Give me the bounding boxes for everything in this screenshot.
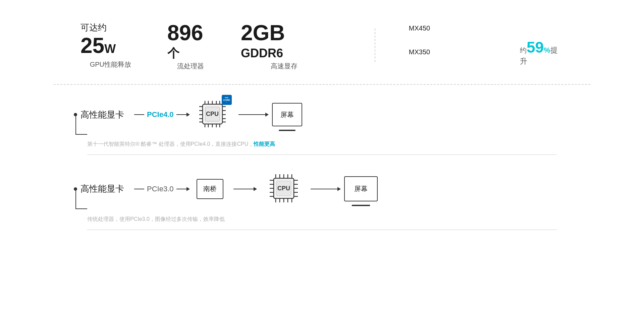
cpu-chip-svg-2: CPU xyxy=(267,172,301,205)
stat-number: 25 xyxy=(80,34,104,58)
stat-unit: W xyxy=(104,42,116,56)
bracket-h-line-2 xyxy=(75,208,87,209)
diagram-row-1: 高性能显卡 PCIe4.0 intel CORE i xyxy=(54,98,590,155)
screen-box-2: 屏幕 xyxy=(344,176,378,201)
line-to-screen-1 xyxy=(238,114,265,115)
stat-stream-label: 流处理器 xyxy=(177,62,204,71)
nanqiao-box: 南桥 xyxy=(197,179,223,199)
row2-bottom-line xyxy=(87,230,557,230)
svg-text:CPU: CPU xyxy=(277,185,290,192)
arrowhead-2a xyxy=(186,187,190,191)
stat-vram-label: 高速显存 xyxy=(271,62,298,71)
arrowhead-1 xyxy=(186,113,190,117)
gpu-label-2: 高性能显卡 xyxy=(80,183,134,195)
bracket-h-line-1 xyxy=(75,134,87,135)
gpu-label-1: 高性能显卡 xyxy=(80,109,134,121)
arrow-pcie3-wrapper: PCIe3.0 xyxy=(134,185,190,193)
stat-gpu-power-label: GPU性能释放 xyxy=(90,60,131,69)
bar-row-mx350: MX350 约59%提升 xyxy=(409,38,564,66)
stat-gpu-power: 可达约25W GPU性能释放 xyxy=(80,22,141,69)
desc-1-text: 第十一代智能英特尔® 酷睿™ 处理器，使用PCIe4.0，直接连接CPU， xyxy=(87,141,254,147)
screen-stand-1 xyxy=(279,130,296,131)
improvement-unit: % xyxy=(544,46,550,54)
vertical-divider xyxy=(375,28,375,62)
cpu-chip-modern-wrapper: intel CORE i xyxy=(197,98,228,131)
bracket-v-line-1 xyxy=(75,115,76,135)
mx350-label: MX350 xyxy=(409,48,436,56)
mx450-label: MX450 xyxy=(409,24,436,32)
stat-prefix: 可达约 xyxy=(80,22,107,33)
line-bridge-cpu xyxy=(233,189,254,189)
stat-stream-processors: 896个 流处理器 xyxy=(167,20,214,71)
line-seg-2a xyxy=(134,189,144,189)
comparison-section: MX450 MX350 约59%提升 xyxy=(409,24,564,66)
line-seg-2b xyxy=(176,189,186,189)
diagram-section: 高性能显卡 PCIe4.0 intel CORE i xyxy=(0,85,644,230)
stat-gddr6: GDDR6 xyxy=(241,46,283,60)
line-seg-1b xyxy=(176,114,186,115)
gen-text: i xyxy=(226,101,227,103)
screen-label-1: 屏幕 xyxy=(280,110,294,119)
diagram-row-2: 高性能显卡 PCIe3.0 南桥 xyxy=(54,172,590,230)
bar-row-mx450: MX450 xyxy=(409,24,564,32)
line-to-screen-2 xyxy=(311,189,337,189)
cpu-chip-traditional-wrapper: CPU xyxy=(267,172,301,206)
arrowhead-to-screen-1 xyxy=(265,113,269,117)
improvement-text: 约59%提升 xyxy=(520,38,564,66)
pcie4-label: PCIe4.0 xyxy=(147,110,174,119)
screen-box-1: 屏幕 xyxy=(272,103,302,126)
row1-bottom-line xyxy=(87,154,557,155)
stat-vram-value: 2GB GDDR6 xyxy=(241,20,328,60)
improvement-prefix: 约 xyxy=(520,47,527,54)
arrow-bridge-to-cpu xyxy=(233,187,257,191)
stat-gpu-power-value: 可达约25W xyxy=(80,22,141,59)
stat-896: 896 xyxy=(167,21,203,45)
bridge-label: 南桥 xyxy=(203,184,217,193)
svg-text:CPU: CPU xyxy=(206,111,218,117)
desc-1: 第十一代智能英特尔® 酷睿™ 处理器，使用PCIe4.0，直接连接CPU，性能更… xyxy=(54,141,590,148)
stat-vram: 2GB GDDR6 高速显存 xyxy=(241,20,328,71)
screen-box-wrapper-2: 屏幕 xyxy=(344,176,378,201)
screen-stand-2 xyxy=(352,205,370,206)
stat-stream-value: 896个 xyxy=(167,20,214,60)
stat-2gb: 2GB xyxy=(241,21,285,45)
desc-2: 传统处理器，使用PCIe3.0，图像经过多次传输，效率降低 xyxy=(54,216,590,223)
desc-1-highlight: 性能更高 xyxy=(254,141,275,147)
pcie3-label: PCIe3.0 xyxy=(147,185,174,193)
arrowhead-2b xyxy=(254,187,257,191)
arrow-pcie4-wrapper: PCIe4.0 xyxy=(134,110,190,119)
bracket-v-line-2 xyxy=(75,189,76,209)
line-seg-1a xyxy=(134,114,144,115)
intel-badge: intel CORE i xyxy=(222,95,232,105)
improvement-value: 59 xyxy=(527,39,544,56)
arrowhead-to-screen-2 xyxy=(337,187,341,191)
top-section: 可达约25W GPU性能释放 896个 流处理器 2GB GDDR6 高速显存 … xyxy=(0,0,644,84)
arrow-to-screen-2 xyxy=(311,187,341,191)
screen-box-wrapper-1: 屏幕 xyxy=(272,103,302,126)
arrow-to-screen-1 xyxy=(238,113,269,117)
desc-2-text: 传统处理器，使用PCIe3.0，图像经过多次传输，效率降低 xyxy=(87,216,225,222)
screen-label-2: 屏幕 xyxy=(354,184,368,193)
